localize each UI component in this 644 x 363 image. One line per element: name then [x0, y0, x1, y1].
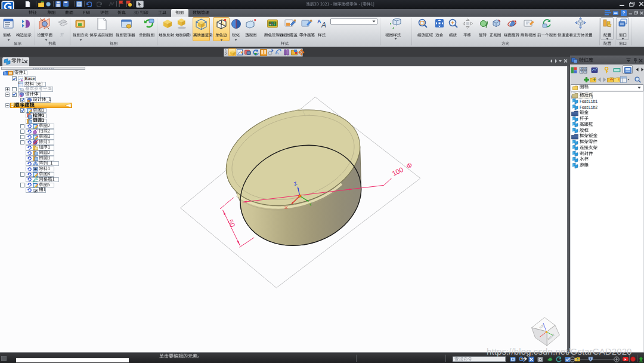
svg-text:100: 100: [391, 166, 405, 177]
svg-text:Φ: Φ: [405, 161, 414, 170]
svg-text:A: A: [317, 19, 321, 24]
svg-text:A: A: [321, 21, 326, 29]
svg-text:50: 50: [227, 219, 236, 229]
